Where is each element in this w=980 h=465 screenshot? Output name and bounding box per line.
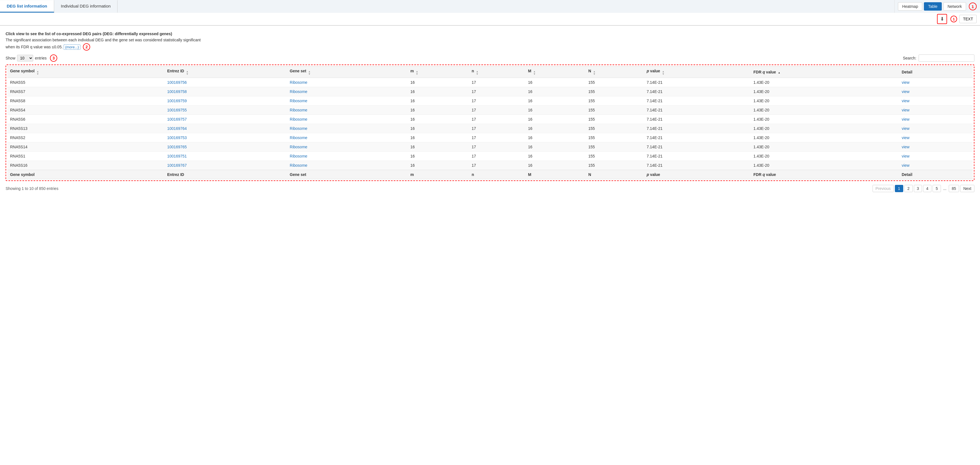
table-header-row: Gene symbol ▲▼ Entrez ID ▲▼ Gene set ▲▼ … [7,66,973,78]
cell-gene-set[interactable]: Ribosome [287,115,407,124]
col-n[interactable]: n ▲▼ [469,66,525,78]
col-entrez-id[interactable]: Entrez ID ▲▼ [164,66,287,78]
page-5-button[interactable]: 5 [932,185,941,192]
cell-fdr-q-value: 1.43E-20 [751,151,899,161]
col-gene-symbol[interactable]: Gene symbol ▲▼ [7,66,164,78]
page-3-button[interactable]: 3 [914,185,922,192]
cell-gene-set[interactable]: Ribosome [287,133,407,142]
tab-deg-list[interactable]: DEG list information [0,0,54,13]
desc-line2: The significant association between each… [6,38,201,42]
show-label: Show [6,56,15,61]
footer-M[interactable]: M [525,170,585,179]
cell-gene-set[interactable]: Ribosome [287,161,407,170]
cell-entrez-id[interactable]: 100169765 [164,142,287,151]
footer-detail: Detail [899,170,973,179]
footer-gene-set[interactable]: Gene set [287,170,407,179]
table-button[interactable]: Table [924,2,942,11]
previous-button[interactable]: Previous [873,185,894,192]
cell-fdr-q-value: 1.43E-20 [751,133,899,142]
cell-gene-set[interactable]: Ribosome [287,78,407,87]
page-1-button[interactable]: 1 [895,185,903,192]
col-gene-set[interactable]: Gene set ▲▼ [287,66,407,78]
cell-detail[interactable]: view [899,133,973,142]
cell-M: 16 [525,124,585,133]
cell-detail[interactable]: view [899,96,973,105]
cell-detail[interactable]: view [899,142,973,151]
text-button[interactable]: TEXT [959,15,977,23]
cell-detail[interactable]: view [899,78,973,87]
cell-M: 16 [525,87,585,96]
cell-m: 16 [407,142,469,151]
cell-N: 155 [585,161,644,170]
col-fdr-q-value[interactable]: FDR q value ▲ [751,66,899,78]
cell-entrez-id[interactable]: 100169759 [164,96,287,105]
cell-entrez-id[interactable]: 100169755 [164,105,287,115]
cell-p-value: 7.14E-21 [644,115,751,124]
page-ellipsis: ... [942,186,948,191]
tab-individual-deg[interactable]: Individual DEG information [54,0,118,13]
cell-p-value: 7.14E-21 [644,124,751,133]
annotation-3: 3 [50,54,57,62]
cell-gene-set[interactable]: Ribosome [287,151,407,161]
cell-detail[interactable]: view [899,105,973,115]
download-button[interactable]: ⬇ [937,14,947,24]
footer-m[interactable]: m [407,170,469,179]
cell-gene-set[interactable]: Ribosome [287,142,407,151]
cell-detail[interactable]: view [899,115,973,124]
footer-fdr-q-value[interactable]: FDR q value [751,170,899,179]
page-2-button[interactable]: 2 [904,185,913,192]
cell-gene-set[interactable]: Ribosome [287,96,407,105]
cell-entrez-id[interactable]: 100169764 [164,124,287,133]
cell-m: 16 [407,124,469,133]
cell-entrez-id[interactable]: 100169756 [164,78,287,87]
heatmap-button[interactable]: Heatmap [898,2,922,11]
cell-n: 17 [469,78,525,87]
col-p-value[interactable]: p value ▲▼ [644,66,751,78]
next-button[interactable]: Next [960,185,974,192]
cell-detail[interactable]: view [899,151,973,161]
cell-detail[interactable]: view [899,161,973,170]
cell-detail[interactable]: view [899,87,973,96]
cell-detail[interactable]: view [899,124,973,133]
cell-p-value: 7.14E-21 [644,96,751,105]
search-input[interactable] [919,54,974,62]
cell-entrez-id[interactable]: 100169753 [164,133,287,142]
sub-actions-bar: ⬇ 1 TEXT [0,13,980,25]
annotation-1-download: 1 [950,16,957,22]
search-row: Search: [903,54,974,62]
entries-label: entries [35,56,47,61]
col-m[interactable]: m ▲▼ [407,66,469,78]
page-85-button[interactable]: 85 [949,185,959,192]
entries-select[interactable]: 10 25 50 100 [17,55,33,61]
cell-gene-set[interactable]: Ribosome [287,105,407,115]
cell-gene-symbol: RNA5S6 [7,115,164,124]
cell-n: 17 [469,133,525,142]
tab-individual-deg-label: Individual DEG information [61,4,111,8]
footer-n[interactable]: n [469,170,525,179]
cell-gene-symbol: RNA5S8 [7,96,164,105]
cell-m: 16 [407,87,469,96]
cell-entrez-id[interactable]: 100169757 [164,115,287,124]
cell-fdr-q-value: 1.43E-20 [751,105,899,115]
page-4-button[interactable]: 4 [923,185,931,192]
top-bar: DEG list information Individual DEG info… [0,0,980,13]
more-link[interactable]: (more...) [64,45,80,50]
cell-M: 16 [525,142,585,151]
pagination-row: Showing 1 to 10 of 850 entries Previous … [6,185,974,192]
footer-N[interactable]: N [585,170,644,179]
footer-p-value[interactable]: p value [644,170,751,179]
cell-m: 16 [407,151,469,161]
cell-gene-symbol: RNA5S4 [7,105,164,115]
network-button[interactable]: Network [943,2,966,11]
footer-entrez-id[interactable]: Entrez ID [164,170,287,179]
col-N[interactable]: N ▲▼ [585,66,644,78]
cell-entrez-id[interactable]: 100169767 [164,161,287,170]
col-M[interactable]: M ▲▼ [525,66,585,78]
cell-entrez-id[interactable]: 100169751 [164,151,287,161]
cell-entrez-id[interactable]: 100169758 [164,87,287,96]
cell-gene-set[interactable]: Ribosome [287,124,407,133]
tab-deg-list-label: DEG list information [7,4,47,8]
cell-gene-set[interactable]: Ribosome [287,87,407,96]
data-table-wrapper: Gene symbol ▲▼ Entrez ID ▲▼ Gene set ▲▼ … [6,65,974,181]
footer-gene-symbol[interactable]: Gene symbol [7,170,164,179]
